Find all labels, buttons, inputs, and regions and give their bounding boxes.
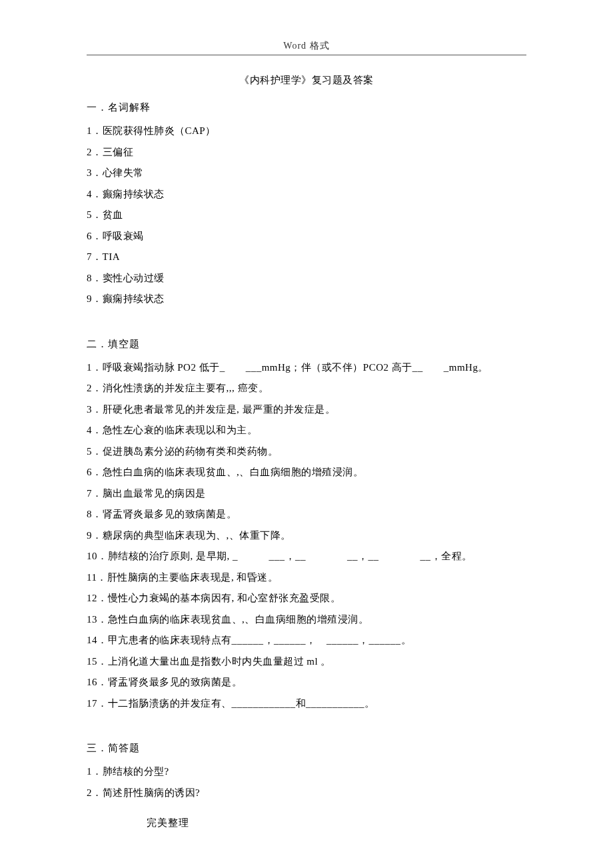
header-divider <box>87 55 526 55</box>
list-item: 14．甲亢患者的临床表现特点有______，______， ______，___… <box>87 630 526 651</box>
list-item: 3．心律失常 <box>87 163 526 184</box>
section-1-heading: 一．名词解释 <box>87 101 526 114</box>
list-item: 17．十二指肠溃疡的并发症有、____________和___________。 <box>87 693 526 715</box>
section-2-heading: 二．填空题 <box>87 338 526 351</box>
list-item: 5．促进胰岛素分泌的药物有类和类药物。 <box>87 441 526 463</box>
list-item: 2．三偏征 <box>87 142 526 163</box>
list-item: 1．肺结核的分型? <box>87 761 526 783</box>
list-item: 1．呼吸衰竭指动脉 PO2 低于_ ___mmHg；伴（或不伴）PCO2 高于_… <box>87 357 526 379</box>
list-item: 12．慢性心力衰竭的基本病因有, 和心室舒张充盈受限。 <box>87 588 526 609</box>
list-item: 11．肝性脑病的主要临床表现是, 和昏迷。 <box>87 567 526 589</box>
list-item: 6．呼吸衰竭 <box>87 226 526 247</box>
list-item: 15．上消化道大量出血是指数小时内失血量超过 ml 。 <box>87 651 526 673</box>
list-item: 3．肝硬化患者最常见的并发症是, 最严重的并发症是。 <box>87 399 526 421</box>
list-item: 7．TIA <box>87 247 526 268</box>
list-item: 6．急性白血病的临床表现贫血、,、白血病细胞的增殖浸润。 <box>87 462 526 483</box>
page-header: Word 格式 <box>87 40 526 52</box>
list-item: 4．急性左心衰的临床表现以和为主。 <box>87 420 526 441</box>
list-item: 13．急性白血病的临床表现贫血、,、白血病细胞的增殖浸润。 <box>87 609 526 631</box>
section-3-heading: 三．简答题 <box>87 742 526 755</box>
list-item: 8．肾盂肾炎最多见的致病菌是。 <box>87 504 526 525</box>
list-item: 10．肺结核的治疗原则, 是早期, _ ___，__ __，__ __，全程。 <box>87 546 526 567</box>
list-item: 9．癫痫持续状态 <box>87 289 526 310</box>
list-item: 4．癫痫持续状态 <box>87 184 526 205</box>
document-page: Word 格式 《内科护理学》复习题及答案 一．名词解释 1．医院获得性肺炎（C… <box>0 0 613 830</box>
page-footer: 完美整理 <box>147 817 189 829</box>
list-item: 7．脑出血最常见的病因是 <box>87 483 526 505</box>
list-item: 8．窦性心动过缓 <box>87 268 526 289</box>
list-item: 9．糖尿病的典型临床表现为、,、体重下降。 <box>87 525 526 547</box>
section-gap <box>87 714 526 735</box>
list-item: 2．简述肝性脑病的诱因? <box>87 783 526 804</box>
list-item: 16．肾盂肾炎最多见的致病菌是。 <box>87 672 526 693</box>
list-item: 2．消化性溃疡的并发症主要有,,, 癌变。 <box>87 378 526 399</box>
document-title: 《内科护理学》复习题及答案 <box>87 74 526 87</box>
list-item: 5．贫血 <box>87 205 526 226</box>
section-gap <box>87 310 526 331</box>
list-item: 1．医院获得性肺炎（CAP） <box>87 121 526 142</box>
